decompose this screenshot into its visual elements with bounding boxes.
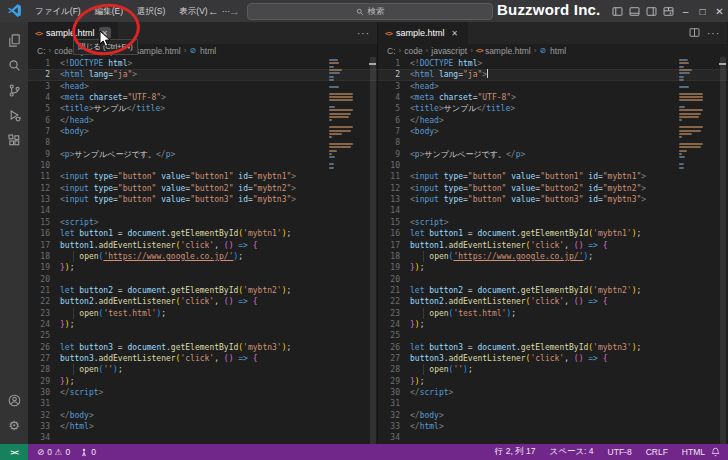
notifications-bell-icon[interactable] — [711, 447, 728, 457]
code-line[interactable]: 14 — [378, 205, 727, 216]
code-line[interactable]: 17button1.addEventListener('click', () =… — [378, 240, 727, 251]
code-line[interactable]: 9<p>サンプルページです。</p> — [378, 149, 727, 160]
code-line[interactable]: 17button1.addEventListener('click', () =… — [28, 240, 377, 251]
minimize-icon[interactable]: – — [677, 0, 694, 22]
ports-indicator[interactable]: 0 — [80, 447, 96, 457]
code-line[interactable]: 6</head> — [378, 115, 727, 126]
code-editor[interactable]: 1<!DOCTYPE html>2<html lang="ja">3<head>… — [28, 57, 377, 444]
code-line[interactable]: 9<p>サンプルページです。</p> — [28, 149, 377, 160]
breadcrumb-item[interactable]: C: — [387, 46, 396, 56]
breadcrumb-item[interactable]: ⊘html — [539, 46, 566, 56]
code-line[interactable]: 10 — [28, 160, 377, 171]
run-and-debug-icon[interactable] — [0, 103, 28, 128]
status-eol[interactable]: CRLF — [646, 447, 668, 457]
scrollbar[interactable] — [720, 57, 726, 444]
code-line[interactable]: 27button3.addEventListener('click', () =… — [378, 353, 727, 364]
code-line[interactable]: 7<body> — [28, 126, 377, 137]
explorer-icon[interactable] — [0, 28, 28, 53]
code-line[interactable]: 5<title>サンプル</title> — [378, 103, 727, 114]
tab-close-icon[interactable]: ✕ — [99, 27, 111, 39]
code-line[interactable]: 15<script> — [28, 217, 377, 228]
code-line[interactable]: 25 — [28, 330, 377, 341]
code-line[interactable]: 13<input type="button" value="button3" i… — [378, 194, 727, 205]
code-line[interactable]: 30</script> — [28, 387, 377, 398]
minimap[interactable] — [679, 59, 705, 173]
customize-layout-icon[interactable] — [660, 0, 677, 22]
minimap[interactable] — [329, 59, 355, 173]
code-line[interactable]: 28 open(''); — [28, 364, 377, 375]
toggle-primary-sidebar-icon[interactable] — [609, 0, 626, 22]
code-line[interactable]: 34 — [28, 432, 377, 443]
code-line[interactable]: 26let button3 = document.getElementById(… — [378, 342, 727, 353]
code-line[interactable]: 19}); — [28, 262, 377, 273]
code-line[interactable]: 33</html> — [28, 421, 377, 432]
code-line[interactable]: 29}); — [378, 376, 727, 387]
code-line[interactable]: 12<input type="button" value="button2" i… — [378, 183, 727, 194]
code-line[interactable]: 7<body> — [378, 126, 727, 137]
code-line[interactable]: 22button2.addEventListener('click', () =… — [28, 296, 377, 307]
code-line[interactable]: 25 — [378, 330, 727, 341]
code-line[interactable]: 16let button1 = document.getElementById(… — [28, 228, 377, 239]
menu-item[interactable]: 選択(S) — [130, 0, 172, 22]
code-editor[interactable]: 1<!DOCTYPE html>2<html lang="ja">3<head>… — [378, 57, 727, 444]
code-line[interactable]: 13<input type="button" value="button3" i… — [28, 194, 377, 205]
accounts-icon[interactable] — [0, 388, 28, 413]
code-line[interactable]: 15<script> — [378, 217, 727, 228]
extensions-icon[interactable] — [0, 128, 28, 153]
code-line[interactable]: 16let button1 = document.getElementById(… — [378, 228, 727, 239]
code-line[interactable]: 4<meta charset="UTF-8"> — [28, 92, 377, 103]
code-line[interactable]: 19}); — [378, 262, 727, 273]
code-line[interactable]: 18 open('https://www.google.co.jp/'); — [28, 251, 377, 262]
more-actions-icon[interactable]: ··· — [707, 28, 720, 39]
status-indentation[interactable]: スペース: 4 — [550, 446, 594, 458]
code-line[interactable]: 34 — [378, 432, 727, 443]
menu-item[interactable]: ファイル(F) — [28, 0, 88, 22]
code-line[interactable]: 33</html> — [378, 421, 727, 432]
code-line[interactable]: 11<input type="button" value="button1" i… — [378, 171, 727, 182]
code-line[interactable]: 18 open('https://www.google.co.jp/'); — [378, 251, 727, 262]
command-center-search[interactable]: 検索 — [247, 3, 493, 20]
code-line[interactable]: 29}); — [28, 376, 377, 387]
breadcrumb-item[interactable]: code — [404, 46, 422, 56]
code-line[interactable]: 4<meta charset="UTF-8"> — [378, 92, 727, 103]
code-line[interactable]: 5<title>サンプル</title> — [28, 103, 377, 114]
breadcrumb-item[interactable]: javascript — [431, 46, 467, 56]
remote-indicator[interactable]: >< — [0, 444, 28, 460]
code-line[interactable]: 27button3.addEventListener('click', () =… — [28, 353, 377, 364]
code-line[interactable]: 6</head> — [28, 115, 377, 126]
code-line[interactable]: 31 — [28, 398, 377, 409]
code-line[interactable]: 21let button2 = document.getElementById(… — [378, 285, 727, 296]
code-line[interactable]: 3<head> — [28, 81, 377, 92]
code-line[interactable]: 32</body> — [378, 410, 727, 421]
tab-sample-html[interactable]: <> sample.html ✕ — [378, 22, 468, 44]
code-line[interactable]: 14 — [28, 205, 377, 216]
code-line[interactable]: 31 — [378, 398, 727, 409]
breadcrumb-item[interactable]: <>sample.html — [476, 46, 531, 56]
code-line[interactable]: 11<input type="button" value="button1" i… — [28, 171, 377, 182]
code-line[interactable]: 20 — [28, 274, 377, 285]
status-language-mode[interactable]: HTML — [682, 447, 705, 457]
more-actions-icon[interactable]: ··· — [357, 28, 370, 39]
back-arrow-icon[interactable]: ← — [208, 5, 219, 17]
code-line[interactable]: 20 — [378, 274, 727, 285]
code-line[interactable]: 23 open('test.html'); — [378, 308, 727, 319]
tab-close-icon[interactable]: ✕ — [449, 27, 461, 39]
code-line[interactable]: 26let button3 = document.getElementById(… — [28, 342, 377, 353]
source-control-icon[interactable] — [0, 78, 28, 103]
code-line[interactable]: 12<input type="button" value="button2" i… — [28, 183, 377, 194]
close-window-icon[interactable]: ✕ — [711, 0, 728, 22]
code-line[interactable]: 30</script> — [378, 387, 727, 398]
code-line[interactable]: 2<html lang="ja"> — [28, 69, 377, 80]
code-line[interactable]: 22button2.addEventListener('click', () =… — [378, 296, 727, 307]
status-encoding[interactable]: UTF-8 — [608, 447, 632, 457]
toggle-secondary-sidebar-icon[interactable] — [643, 0, 660, 22]
maximize-icon[interactable]: □ — [694, 0, 711, 22]
breadcrumb-item[interactable]: code — [54, 46, 72, 56]
code-line[interactable]: 1<!DOCTYPE html> — [28, 58, 377, 69]
code-line[interactable]: 23 open('test.html'); — [28, 308, 377, 319]
code-line[interactable]: 32</body> — [28, 410, 377, 421]
code-line[interactable]: 24}); — [28, 319, 377, 330]
split-editor-icon[interactable] — [689, 24, 700, 42]
code-line[interactable]: 28 open(''); — [378, 364, 727, 375]
forward-arrow-icon[interactable]: → — [229, 5, 240, 17]
